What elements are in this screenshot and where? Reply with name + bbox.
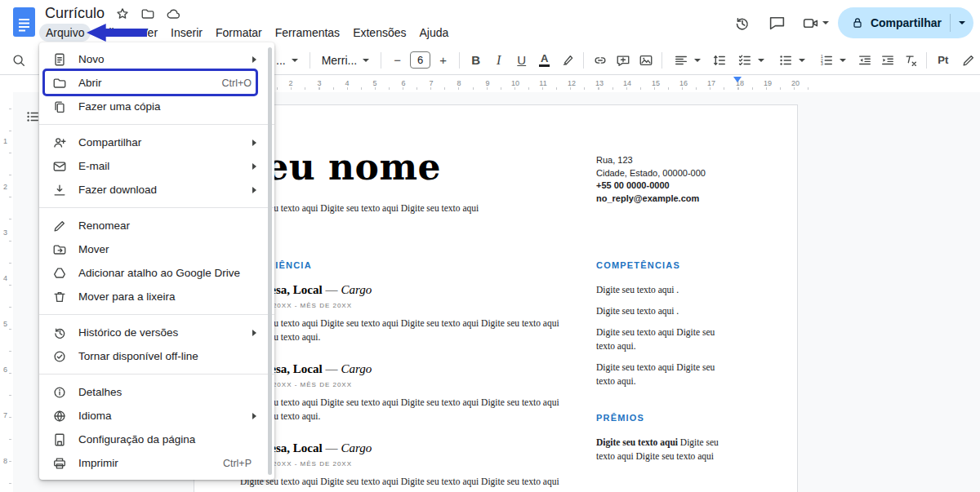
pen-icon bbox=[961, 53, 976, 68]
skill-item: Digite seu texto aqui . bbox=[596, 304, 725, 318]
vertical-ruler[interactable]: 1 2 3 4 5 6 7 8 bbox=[0, 92, 13, 492]
new-document-icon bbox=[52, 52, 67, 67]
bulleted-list-icon bbox=[778, 53, 793, 68]
styles-label: ... bbox=[276, 54, 286, 67]
menu-item-email[interactable]: E-mail bbox=[39, 154, 274, 178]
bulleted-list-dropdown[interactable] bbox=[773, 50, 811, 71]
menu-arquivo[interactable]: Arquivo bbox=[39, 24, 91, 42]
entry-body: Digite seu texto aqui Digite seu texto a… bbox=[240, 475, 565, 492]
increase-font-size-button[interactable]: + bbox=[433, 50, 453, 71]
menu-formatar[interactable]: Formatar bbox=[209, 24, 269, 42]
numbered-list-icon bbox=[819, 53, 834, 68]
submenu-arrow-icon bbox=[252, 140, 256, 146]
divider bbox=[310, 52, 310, 69]
drive-shortcut-icon bbox=[52, 266, 67, 281]
menu-scrollbar[interactable] bbox=[268, 47, 272, 475]
document-outline-icon bbox=[25, 109, 40, 124]
align-dropdown[interactable] bbox=[668, 50, 706, 71]
search-button[interactable] bbox=[8, 50, 29, 71]
menu-item-tornar-disponivel-offline[interactable]: Tornar disponível off-line bbox=[39, 344, 274, 368]
copy-icon bbox=[52, 100, 67, 114]
menu-separator bbox=[39, 314, 274, 315]
line-spacing-button[interactable] bbox=[709, 50, 729, 71]
divider bbox=[583, 52, 584, 69]
menu-item-adicionar-atalho-drive[interactable]: Adicionar atalho ao Google Drive bbox=[39, 261, 274, 285]
font-dropdown[interactable]: Merri... bbox=[316, 50, 376, 71]
section-heading-skills: COMPETÊNCIAS bbox=[596, 260, 725, 270]
menu-inserir[interactable]: Inserir bbox=[164, 24, 209, 42]
underline-button[interactable]: U bbox=[511, 50, 532, 71]
entry-title: Empresa, Local—Cargo bbox=[240, 283, 565, 297]
move-folder-icon[interactable] bbox=[140, 7, 155, 21]
insert-image-button[interactable] bbox=[635, 50, 656, 71]
menu-item-abrir[interactable]: Abrir Ctrl+O bbox=[39, 71, 274, 95]
menu-item-novo[interactable]: Novo bbox=[39, 47, 274, 71]
share-button[interactable]: Compartilhar bbox=[838, 7, 973, 38]
award-item: Digite seu texto aqui Digite seu texto a… bbox=[596, 436, 725, 463]
insert-link-button[interactable] bbox=[590, 50, 610, 71]
menu-item-detalhes[interactable]: Detalhes bbox=[39, 380, 274, 404]
menu-item-fazer-download[interactable]: Fazer download bbox=[39, 178, 274, 202]
add-comment-button[interactable] bbox=[612, 50, 633, 71]
rename-icon bbox=[52, 219, 67, 233]
line-spacing-icon bbox=[712, 53, 727, 68]
numbered-list-dropdown[interactable] bbox=[813, 50, 852, 71]
increase-indent-button[interactable] bbox=[877, 50, 898, 71]
star-icon[interactable] bbox=[115, 7, 130, 21]
menu-item-mover[interactable]: Mover bbox=[39, 237, 274, 261]
italic-button[interactable]: I bbox=[488, 50, 509, 71]
move-folder-icon bbox=[52, 242, 67, 257]
entry-dates: MÊS DE 20XX - MÊS DE 20XX bbox=[240, 460, 565, 468]
version-history-button[interactable] bbox=[727, 7, 758, 38]
menu-item-historico-de-versoes[interactable]: Histórico de versões bbox=[39, 321, 274, 344]
menu-item-mover-para-lixeira[interactable]: Mover para a lixeira bbox=[39, 285, 274, 308]
highlighter-icon bbox=[560, 53, 575, 68]
editing-mode-dropdown[interactable] bbox=[956, 50, 980, 71]
text-color-button[interactable]: A bbox=[534, 50, 555, 71]
menu-item-configuracao-da-pagina[interactable]: Configuração da página bbox=[39, 428, 274, 451]
chevron-down-icon[interactable] bbox=[959, 21, 965, 24]
download-icon bbox=[52, 183, 67, 197]
contact-phone: +55 00 0000-0000 bbox=[596, 180, 706, 193]
bold-button[interactable]: B bbox=[466, 50, 486, 71]
menu-item-idioma[interactable]: Idioma bbox=[39, 404, 274, 428]
comments-button[interactable] bbox=[762, 7, 793, 38]
comment-add-icon bbox=[616, 53, 630, 68]
menu-item-imprimir[interactable]: Imprimir Ctrl+P bbox=[39, 451, 274, 475]
clear-formatting-button[interactable] bbox=[900, 50, 920, 71]
input-tools-button[interactable]: Pt bbox=[933, 50, 953, 71]
menu-item-compartilhar[interactable]: Compartilhar bbox=[39, 131, 274, 154]
document-page[interactable]: Seu nome Rua, 123 Cidade, Estado, 00000-… bbox=[194, 104, 798, 492]
highlight-color-button[interactable] bbox=[557, 50, 577, 71]
checklist-dropdown[interactable] bbox=[732, 50, 770, 71]
styles-dropdown[interactable]: ... bbox=[270, 50, 304, 71]
menu-extensoes[interactable]: Extensões bbox=[346, 24, 412, 42]
font-size-input[interactable]: 6 bbox=[410, 51, 430, 69]
folder-open-icon bbox=[52, 76, 67, 91]
document-title[interactable]: Currículo bbox=[45, 5, 105, 22]
shortcut-label: Ctrl+P bbox=[223, 458, 252, 469]
menu-item-fazer-uma-copia[interactable]: Fazer uma cópia bbox=[39, 95, 274, 118]
entry-title: Empresa, Local—Cargo bbox=[240, 362, 565, 376]
skill-item: Digite seu texto aqui . bbox=[596, 283, 725, 297]
clear-formatting-icon bbox=[903, 53, 918, 68]
right-indent-marker[interactable] bbox=[733, 77, 742, 82]
section-heading-awards: PRÊMIOS bbox=[596, 413, 725, 423]
meet-button[interactable] bbox=[797, 7, 834, 38]
experience-entry: Empresa, Local—Cargo MÊS DE 20XX - MÊS D… bbox=[240, 441, 565, 492]
share-button-label: Compartilhar bbox=[871, 16, 942, 29]
entry-title: Empresa, Local—Cargo bbox=[240, 441, 565, 455]
submenu-arrow-icon bbox=[252, 163, 256, 170]
menu-ferramentas[interactable]: Ferramentas bbox=[269, 24, 346, 42]
menu-item-renomear[interactable]: Renomear bbox=[39, 214, 274, 237]
menu-ajuda[interactable]: Ajuda bbox=[413, 24, 456, 42]
decrease-indent-button[interactable] bbox=[854, 50, 875, 71]
cloud-status-icon[interactable] bbox=[166, 7, 180, 21]
google-docs-logo[interactable] bbox=[13, 7, 35, 37]
submenu-arrow-icon bbox=[252, 56, 256, 63]
entry-dates: MÊS DE 20XX - MÊS DE 20XX bbox=[240, 302, 565, 309]
decrease-font-size-button[interactable]: − bbox=[387, 50, 408, 71]
offline-icon bbox=[52, 349, 67, 364]
details-icon bbox=[52, 385, 67, 400]
color-bar bbox=[539, 64, 550, 67]
